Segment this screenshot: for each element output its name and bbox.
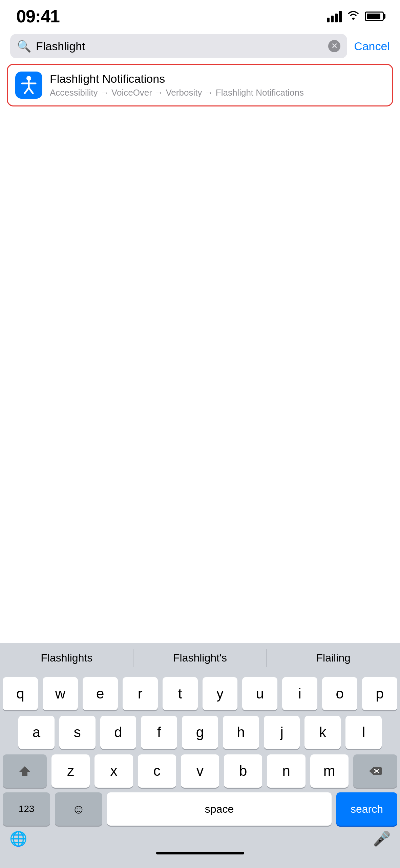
- cancel-button[interactable]: Cancel: [354, 40, 390, 53]
- svg-point-0: [352, 18, 354, 20]
- shift-icon: [19, 765, 31, 777]
- key-c[interactable]: c: [138, 754, 176, 788]
- key-f[interactable]: f: [141, 716, 177, 749]
- key-y[interactable]: y: [203, 677, 238, 710]
- svg-line-4: [25, 88, 29, 93]
- wifi-icon: [346, 9, 360, 23]
- key-q[interactable]: q: [3, 677, 38, 710]
- key-w[interactable]: w: [43, 677, 78, 710]
- keyboard-rows: q w e r t y u i o p a s d f g h j k l: [0, 673, 400, 788]
- result-title: Flashlight Notifications: [50, 72, 385, 85]
- search-container: 🔍 Flashlight ✕ Cancel: [0, 30, 400, 64]
- key-g[interactable]: g: [182, 716, 218, 749]
- search-clear-button[interactable]: ✕: [328, 40, 340, 52]
- search-field[interactable]: 🔍 Flashlight ✕: [10, 34, 347, 58]
- key-u[interactable]: u: [242, 677, 277, 710]
- key-i[interactable]: i: [282, 677, 317, 710]
- key-j[interactable]: j: [264, 716, 300, 749]
- space-key[interactable]: space: [107, 792, 332, 826]
- key-t[interactable]: t: [163, 677, 198, 710]
- numbers-key[interactable]: 123: [3, 792, 50, 826]
- key-k[interactable]: k: [304, 716, 341, 749]
- svg-marker-6: [19, 766, 30, 776]
- key-r[interactable]: r: [123, 677, 158, 710]
- status-time: 09:41: [16, 6, 60, 26]
- key-row-2: a s d f g h j k l: [3, 716, 397, 749]
- microphone-icon[interactable]: 🎤: [373, 830, 391, 847]
- app-icon: [15, 72, 42, 99]
- key-n[interactable]: n: [267, 754, 305, 788]
- shift-key[interactable]: [3, 754, 47, 788]
- result-item[interactable]: Flashlight Notifications Accessibility →…: [7, 64, 393, 106]
- keyboard: Flashlights Flashlight's Flailing q w e …: [0, 643, 400, 868]
- result-text: Flashlight Notifications Accessibility →…: [50, 72, 385, 98]
- search-icon: 🔍: [17, 39, 31, 53]
- status-bar: 09:41: [0, 0, 400, 30]
- key-row-3: z x c v b n m: [3, 754, 397, 788]
- delete-icon: [369, 766, 382, 776]
- key-l[interactable]: l: [345, 716, 382, 749]
- signal-icon: [327, 10, 342, 22]
- key-b[interactable]: b: [224, 754, 262, 788]
- key-z[interactable]: z: [51, 754, 90, 788]
- key-a[interactable]: a: [18, 716, 55, 749]
- autocorrect-suggestion-1[interactable]: Flashlight's: [133, 643, 267, 673]
- globe-icon[interactable]: 🌐: [9, 830, 27, 847]
- key-h[interactable]: h: [223, 716, 259, 749]
- key-x[interactable]: x: [94, 754, 133, 788]
- home-bar: [156, 852, 244, 854]
- key-s[interactable]: s: [59, 716, 96, 749]
- key-e[interactable]: e: [83, 677, 118, 710]
- key-m[interactable]: m: [310, 754, 349, 788]
- status-icons: [327, 9, 384, 23]
- search-key[interactable]: search: [336, 792, 397, 826]
- autocorrect-suggestion-0[interactable]: Flashlights: [0, 643, 133, 673]
- svg-line-5: [29, 88, 33, 93]
- bottom-row: 123 ☺ space search: [0, 788, 400, 826]
- main-content: [0, 106, 400, 384]
- key-p[interactable]: p: [362, 677, 397, 710]
- battery-icon: [365, 12, 384, 21]
- search-input-value[interactable]: Flashlight: [36, 40, 323, 53]
- accessibility-icon: [19, 75, 39, 95]
- autocorrect-suggestion-2[interactable]: Flailing: [267, 643, 400, 673]
- key-d[interactable]: d: [100, 716, 136, 749]
- key-row-1: q w e r t y u i o p: [3, 677, 397, 710]
- autocorrect-bar: Flashlights Flashlight's Flailing: [0, 643, 400, 673]
- key-v[interactable]: v: [181, 754, 219, 788]
- results-container: Flashlight Notifications Accessibility →…: [0, 64, 400, 106]
- emoji-key[interactable]: ☺: [55, 792, 102, 826]
- delete-key[interactable]: [353, 754, 397, 788]
- function-row: 🌐 🎤: [0, 826, 400, 847]
- key-o[interactable]: o: [322, 677, 357, 710]
- result-breadcrumb: Accessibility → VoiceOver → Verbosity → …: [50, 87, 385, 98]
